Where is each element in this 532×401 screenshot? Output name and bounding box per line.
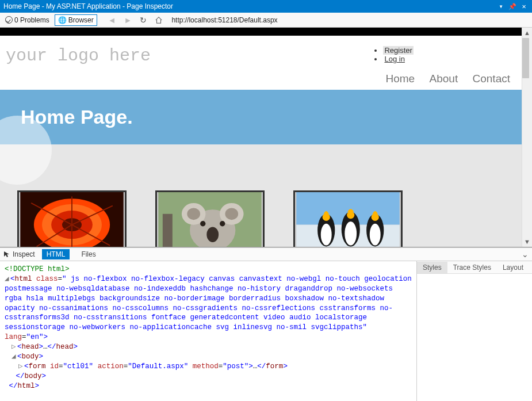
- refresh-icon: ↻: [140, 16, 147, 25]
- svg-point-23: [323, 213, 330, 221]
- page-header: your logo here Register Log in Home Abou…: [0, 36, 522, 90]
- url-text: http://localhost:51218/Default.aspx: [171, 16, 277, 24]
- globe-icon: 🌐: [58, 16, 67, 24]
- window-pin-button[interactable]: 📌: [508, 3, 517, 10]
- nav-contact[interactable]: Contact: [473, 72, 510, 85]
- side-tab-styles[interactable]: Styles: [417, 262, 447, 273]
- window-title-bar: Home Page - My ASP.NET Application - Pag…: [0, 0, 532, 13]
- inspect-tool[interactable]: Inspect: [3, 250, 35, 258]
- image-gallery: [0, 144, 522, 247]
- check-icon: [5, 16, 13, 24]
- scroll-track[interactable]: [522, 38, 532, 236]
- address-bar[interactable]: http://localhost:51218/Default.aspx: [168, 14, 530, 26]
- scroll-thumb[interactable]: [522, 38, 529, 78]
- chrysanthemum-image[interactable]: [17, 190, 127, 247]
- nav-home[interactable]: Home: [385, 72, 415, 85]
- main-nav: Home About Contact: [373, 72, 510, 85]
- preview-scrollbar[interactable]: ▲ ▼: [522, 28, 532, 247]
- inspector-tab-bar: Inspect HTML Files ⌄: [0, 247, 532, 261]
- code-form-line[interactable]: ▷<form id="ctl01" action="Default.aspx" …: [5, 362, 412, 372]
- rendered-page[interactable]: your logo here Register Log in Home Abou…: [0, 28, 522, 247]
- nav-forward-button[interactable]: ►: [121, 14, 135, 26]
- arrow-left-icon: ◄: [108, 16, 116, 24]
- svg-point-11: [206, 227, 219, 242]
- preview-area: your logo here Register Log in Home Abou…: [0, 28, 532, 247]
- home-icon: [155, 16, 163, 24]
- styles-pane: Styles Trace Styles Layout Att: [417, 261, 532, 401]
- toolbar: 0 Problems 🌐 Browser ◄ ► ↻ http://localh…: [0, 13, 532, 28]
- svg-point-13: [220, 221, 225, 226]
- code-html-open[interactable]: ◢<html class=" js no-flexbox no-flexbox-…: [5, 274, 412, 342]
- expand-body-icon[interactable]: ◢: [12, 352, 17, 362]
- side-tab-bar: Styles Trace Styles Layout Att: [417, 261, 532, 274]
- browser-mode-button[interactable]: 🌐 Browser: [55, 14, 97, 26]
- register-link[interactable]: Register: [383, 46, 500, 55]
- inspector-panes: <!DOCTYPE html> ◢<html class=" js no-fle…: [0, 261, 532, 401]
- problems-count: 0 Problems: [14, 16, 49, 24]
- account-nav: Register Log in Home About Contact: [373, 46, 510, 85]
- code-head-line[interactable]: ▷<head>…</head>: [5, 342, 412, 352]
- hero-banner: Home Page.: [0, 90, 522, 144]
- penguins-image[interactable]: [293, 190, 403, 247]
- html-source-pane[interactable]: <!DOCTYPE html> ◢<html class=" js no-fle…: [0, 261, 417, 401]
- nav-back-button[interactable]: ◄: [105, 14, 119, 26]
- svg-rect-14: [163, 214, 173, 247]
- code-body-close: </body>: [5, 372, 412, 381]
- svg-point-25: [372, 213, 379, 221]
- page-black-strip: [0, 28, 522, 36]
- inspector-collapse-button[interactable]: ⌄: [522, 250, 529, 259]
- side-tab-layout[interactable]: Layout: [497, 262, 529, 273]
- nav-about[interactable]: About: [430, 72, 458, 85]
- inspect-label: Inspect: [13, 250, 35, 258]
- svg-point-10: [225, 208, 238, 220]
- svg-point-18: [321, 224, 332, 246]
- side-tab-trace-styles[interactable]: Trace Styles: [447, 262, 497, 273]
- svg-point-22: [370, 224, 381, 246]
- browser-label: Browser: [68, 16, 94, 24]
- code-html-close: </html>: [5, 381, 412, 391]
- tab-files[interactable]: Files: [76, 249, 100, 259]
- expand-head-icon[interactable]: ▷: [12, 342, 17, 352]
- svg-point-12: [200, 221, 205, 226]
- problems-indicator[interactable]: 0 Problems: [2, 14, 52, 26]
- code-body-open[interactable]: ◢<body>: [5, 352, 412, 362]
- scroll-down-button[interactable]: ▼: [522, 236, 532, 247]
- window-title: Home Page - My ASP.NET Application - Pag…: [3, 2, 494, 10]
- login-link[interactable]: Log in: [383, 55, 500, 63]
- tab-html[interactable]: HTML: [42, 249, 70, 259]
- expand-form-icon[interactable]: ▷: [18, 362, 24, 372]
- side-tab-attributes[interactable]: Att: [529, 262, 532, 273]
- nav-home-button[interactable]: [152, 14, 166, 26]
- window-autohide-button[interactable]: ▾: [496, 2, 506, 10]
- svg-point-24: [347, 211, 354, 219]
- window-close-button[interactable]: ✕: [519, 2, 529, 10]
- expand-html-icon[interactable]: ◢: [5, 274, 10, 284]
- logo-placeholder: your logo here: [6, 46, 151, 66]
- nav-refresh-button[interactable]: ↻: [137, 14, 150, 26]
- pointer-icon: [3, 251, 10, 258]
- svg-point-20: [345, 221, 357, 246]
- code-doctype: <!DOCTYPE html>: [5, 265, 70, 273]
- arrow-right-icon: ►: [124, 16, 132, 24]
- scroll-up-button[interactable]: ▲: [522, 28, 532, 38]
- koala-image[interactable]: [155, 190, 265, 247]
- svg-point-9: [187, 208, 200, 220]
